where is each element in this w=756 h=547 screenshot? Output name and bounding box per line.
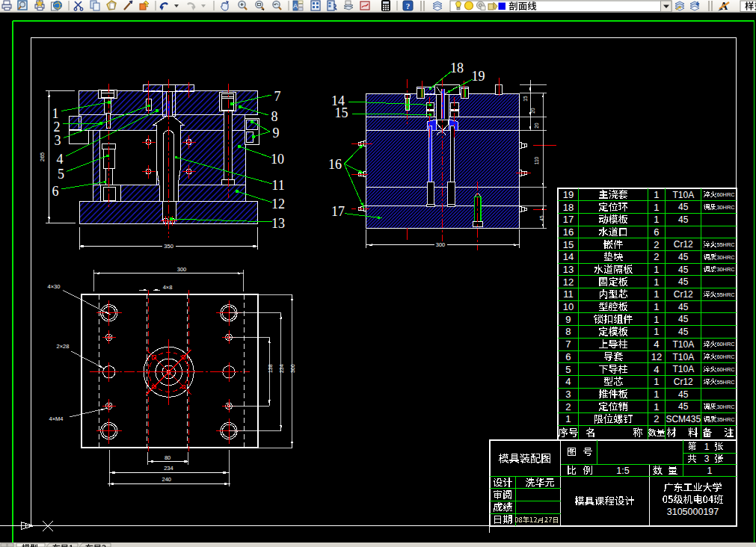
svg-text:9: 9	[273, 126, 280, 140]
svg-text:1: 1	[52, 106, 59, 121]
svg-text:4: 4	[654, 339, 659, 350]
svg-text:55HRC: 55HRC	[717, 241, 735, 248]
svg-text:300: 300	[436, 241, 446, 248]
svg-text:10: 10	[271, 152, 284, 167]
svg-text:2: 2	[654, 239, 659, 250]
svg-text:300: 300	[290, 364, 295, 373]
svg-text:1: 1	[654, 326, 659, 337]
svg-text:A: A	[293, 2, 298, 10]
svg-text:60HRC: 60HRC	[717, 353, 735, 360]
svg-text:1: 1	[654, 189, 659, 200]
svg-text:1: 1	[654, 214, 659, 225]
svg-text:6: 6	[52, 184, 59, 199]
svg-text:?: ?	[406, 1, 411, 10]
svg-text:55HRC: 55HRC	[717, 291, 735, 298]
svg-text:45: 45	[678, 302, 689, 312]
svg-text:1: 1	[654, 314, 659, 325]
svg-text:7: 7	[565, 339, 571, 350]
svg-text:10: 10	[563, 301, 574, 312]
svg-text:11: 11	[271, 178, 284, 193]
svg-text:1: 1	[654, 401, 659, 412]
svg-text:13: 13	[563, 264, 574, 275]
svg-text:350: 350	[164, 243, 173, 250]
svg-text:234: 234	[164, 465, 173, 472]
svg-text:2: 2	[565, 401, 571, 412]
svg-text:Cr12: Cr12	[674, 377, 693, 387]
svg-text:14: 14	[563, 251, 574, 262]
svg-text:300: 300	[177, 266, 187, 273]
svg-text:1: 1	[654, 276, 659, 288]
svg-text:2: 2	[654, 251, 659, 262]
svg-text:1: 1	[654, 264, 659, 275]
svg-text:3: 3	[55, 133, 61, 148]
svg-text:6: 6	[565, 351, 571, 362]
svg-text:30HRC: 30HRC	[717, 404, 735, 410]
svg-text:T10A: T10A	[672, 364, 694, 374]
svg-text:45: 45	[678, 202, 689, 212]
svg-text:4: 4	[654, 364, 659, 375]
svg-text:1:5: 1:5	[616, 466, 629, 476]
svg-text:16: 16	[563, 226, 574, 238]
svg-text:1: 1	[704, 442, 710, 452]
svg-text:265: 265	[39, 152, 46, 162]
svg-text:35HRC: 35HRC	[717, 416, 735, 423]
svg-text:3105000197: 3105000197	[667, 507, 719, 517]
svg-text:19: 19	[563, 189, 574, 200]
svg-text:80: 80	[165, 454, 170, 461]
svg-text:110: 110	[534, 156, 539, 164]
svg-text:45: 45	[678, 327, 689, 337]
svg-text:4×8: 4×8	[163, 284, 173, 291]
svg-text:2: 2	[54, 120, 61, 135]
svg-text:12: 12	[563, 276, 574, 288]
svg-text:45: 45	[678, 214, 689, 225]
svg-text:15: 15	[523, 96, 528, 102]
svg-text:60HRC: 60HRC	[717, 191, 735, 198]
svg-text:13: 13	[271, 216, 285, 231]
svg-text:5: 5	[58, 167, 64, 182]
svg-text:234: 234	[280, 364, 285, 373]
svg-text:19: 19	[472, 69, 485, 84]
svg-text:1: 1	[654, 389, 659, 400]
svg-text:20: 20	[534, 123, 539, 129]
svg-text:6: 6	[654, 226, 659, 238]
svg-text:12: 12	[651, 351, 662, 362]
svg-text:T10A: T10A	[672, 190, 694, 200]
svg-text:4×M4: 4×M4	[49, 415, 64, 422]
svg-text:7: 7	[274, 89, 281, 104]
svg-text:4: 4	[565, 376, 571, 387]
svg-text:30HRC: 30HRC	[717, 254, 735, 261]
svg-text:18: 18	[563, 202, 574, 213]
svg-text:4: 4	[57, 152, 64, 167]
svg-text:30HRC: 30HRC	[717, 204, 735, 211]
svg-text:20: 20	[530, 108, 535, 114]
svg-text:18: 18	[450, 61, 464, 75]
svg-text:9: 9	[565, 314, 571, 325]
svg-text:3: 3	[565, 389, 571, 400]
svg-text:2×28: 2×28	[57, 343, 70, 350]
svg-text:45: 45	[678, 314, 689, 324]
svg-text:16: 16	[328, 157, 342, 172]
svg-text:30HRC: 30HRC	[717, 266, 735, 273]
svg-text:SCM435: SCM435	[666, 414, 701, 424]
svg-text:1: 1	[654, 288, 659, 300]
svg-text:17: 17	[563, 214, 574, 225]
svg-text:55HRC: 55HRC	[717, 379, 735, 386]
svg-text:8: 8	[565, 326, 571, 337]
svg-text:45: 45	[539, 215, 544, 221]
svg-text:1: 1	[654, 301, 659, 312]
svg-text:45: 45	[678, 252, 689, 262]
svg-text:60HRC: 60HRC	[717, 366, 735, 373]
svg-text:1: 1	[654, 376, 659, 387]
svg-text:8: 8	[271, 109, 278, 124]
svg-text:15: 15	[335, 105, 348, 120]
svg-text:11: 11	[563, 288, 574, 300]
svg-text:12: 12	[271, 197, 285, 211]
svg-text:4×30: 4×30	[48, 283, 61, 290]
svg-text:5: 5	[565, 364, 571, 375]
svg-text:1: 1	[654, 202, 659, 213]
svg-text:45: 45	[678, 276, 689, 287]
svg-text:Cr12: Cr12	[674, 289, 693, 300]
svg-text:240: 240	[162, 476, 172, 483]
svg-text:T10A: T10A	[672, 352, 694, 362]
svg-text:1: 1	[707, 466, 713, 476]
